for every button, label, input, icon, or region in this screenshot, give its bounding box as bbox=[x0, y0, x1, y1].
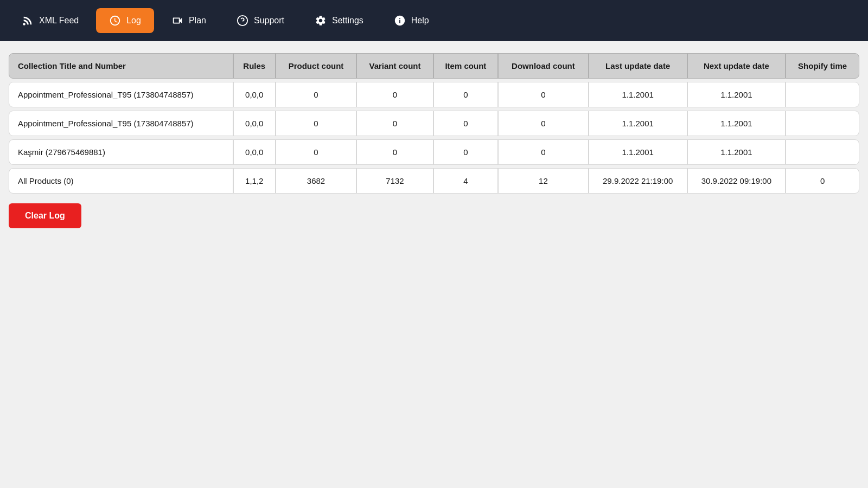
cell-row0-col3: 0 bbox=[356, 82, 433, 107]
table-container: Collection Title and Number Rules Produc… bbox=[9, 50, 859, 197]
cell-row3-col7: 30.9.2022 09:19:00 bbox=[687, 168, 786, 194]
nav-support-label: Support bbox=[254, 16, 284, 25]
cell-row0-col8 bbox=[786, 82, 859, 107]
col-download-count: Download count bbox=[498, 53, 589, 79]
nav-plan[interactable]: Plan bbox=[158, 8, 219, 33]
cell-row3-col2: 3682 bbox=[276, 168, 356, 194]
cell-row2-col0: Kaşmir (279675469881) bbox=[9, 139, 233, 165]
nav-xml-feed-label: XML Feed bbox=[39, 16, 79, 25]
nav-xml-feed[interactable]: XML Feed bbox=[9, 8, 92, 33]
col-next-update: Next update date bbox=[687, 53, 786, 79]
col-collection-title: Collection Title and Number bbox=[9, 53, 233, 79]
cell-row1-col2: 0 bbox=[276, 111, 356, 136]
nav-plan-label: Plan bbox=[189, 16, 206, 25]
cell-row2-col7: 1.1.2001 bbox=[687, 139, 786, 165]
video-icon bbox=[171, 15, 183, 27]
col-shopify-time: Shopify time bbox=[786, 53, 859, 79]
cell-row1-col3: 0 bbox=[356, 111, 433, 136]
cell-row2-col3: 0 bbox=[356, 139, 433, 165]
main-content: Collection Title and Number Rules Produc… bbox=[0, 41, 868, 488]
table-row: Appointment_Professional_T95 (1738047488… bbox=[9, 82, 859, 107]
cell-row3-col5: 12 bbox=[498, 168, 589, 194]
cell-row2-col8 bbox=[786, 139, 859, 165]
nav-log-label: Log bbox=[126, 16, 141, 25]
history-icon bbox=[109, 15, 121, 27]
cell-row3-col8: 0 bbox=[786, 168, 859, 194]
question-icon bbox=[237, 15, 248, 27]
nav-log[interactable]: Log bbox=[96, 8, 154, 33]
col-product-count: Product count bbox=[276, 53, 356, 79]
nav-support[interactable]: Support bbox=[224, 8, 297, 33]
cell-row2-col4: 0 bbox=[433, 139, 498, 165]
info-icon bbox=[394, 15, 406, 27]
cell-row0-col1: 0,0,0 bbox=[233, 82, 276, 107]
col-last-update: Last update date bbox=[589, 53, 687, 79]
cell-row3-col1: 1,1,2 bbox=[233, 168, 276, 194]
cell-row0-col2: 0 bbox=[276, 82, 356, 107]
col-variant-count: Variant count bbox=[356, 53, 433, 79]
cell-row2-col1: 0,0,0 bbox=[233, 139, 276, 165]
cell-row0-col5: 0 bbox=[498, 82, 589, 107]
table-row: Appointment_Professional_T95 (1738047488… bbox=[9, 111, 859, 136]
data-table: Collection Title and Number Rules Produc… bbox=[9, 50, 859, 197]
cell-row1-col4: 0 bbox=[433, 111, 498, 136]
cell-row3-col6: 29.9.2022 21:19:00 bbox=[589, 168, 687, 194]
cell-row3-col4: 4 bbox=[433, 168, 498, 194]
cell-row0-col7: 1.1.2001 bbox=[687, 82, 786, 107]
cell-row0-col6: 1.1.2001 bbox=[589, 82, 687, 107]
table-row: Kaşmir (279675469881)0,0,000001.1.20011.… bbox=[9, 139, 859, 165]
nav-help[interactable]: Help bbox=[381, 8, 442, 33]
gear-icon bbox=[315, 15, 327, 27]
nav-settings-label: Settings bbox=[332, 16, 363, 25]
cell-row1-col6: 1.1.2001 bbox=[589, 111, 687, 136]
cell-row1-col1: 0,0,0 bbox=[233, 111, 276, 136]
cell-row0-col4: 0 bbox=[433, 82, 498, 107]
nav-help-label: Help bbox=[411, 16, 429, 25]
cell-row1-col0: Appointment_Professional_T95 (1738047488… bbox=[9, 111, 233, 136]
cell-row1-col7: 1.1.2001 bbox=[687, 111, 786, 136]
col-item-count: Item count bbox=[433, 53, 498, 79]
svg-point-0 bbox=[23, 23, 25, 25]
cell-row1-col5: 0 bbox=[498, 111, 589, 136]
rss-icon bbox=[22, 15, 34, 27]
cell-row2-col6: 1.1.2001 bbox=[589, 139, 687, 165]
cell-row0-col0: Appointment_Professional_T95 (1738047488… bbox=[9, 82, 233, 107]
cell-row1-col8 bbox=[786, 111, 859, 136]
navbar: XML Feed Log Plan Support bbox=[0, 0, 868, 41]
clear-log-button[interactable]: Clear Log bbox=[9, 203, 81, 228]
col-rules: Rules bbox=[233, 53, 276, 79]
cell-row3-col3: 7132 bbox=[356, 168, 433, 194]
cell-row3-col0: All Products (0) bbox=[9, 168, 233, 194]
cell-row2-col5: 0 bbox=[498, 139, 589, 165]
nav-settings[interactable]: Settings bbox=[302, 8, 376, 33]
table-row: All Products (0)1,1,23682713241229.9.202… bbox=[9, 168, 859, 194]
cell-row2-col2: 0 bbox=[276, 139, 356, 165]
